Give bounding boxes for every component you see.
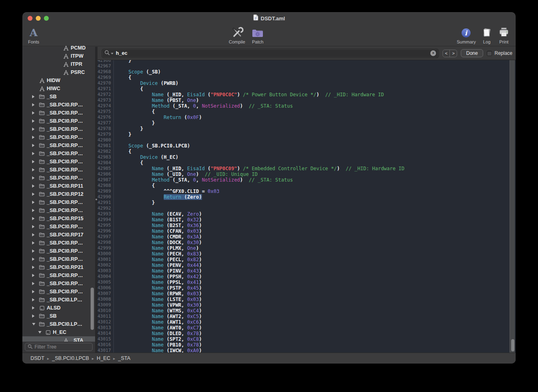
disclosure-collapsed-icon[interactable] <box>32 95 38 98</box>
disclosure-collapsed-icon[interactable] <box>32 119 38 123</box>
tree-item[interactable]: ITPW <box>22 52 95 60</box>
disclosure-collapsed-icon[interactable] <box>32 241 38 245</box>
code-line[interactable]: 43002 Name (PENV, 0x44) <box>98 262 516 268</box>
tree-item[interactable]: _SB.PCI0.RP17 <box>22 231 95 239</box>
tree-item[interactable]: _SB.PCI0.RP… <box>22 101 95 109</box>
disclosure-expanded-icon[interactable] <box>38 331 44 334</box>
tree-item[interactable]: _SB.PCI0.LP… <box>22 320 95 328</box>
code-line[interactable]: 42986 Name (_UID, One) // _UID: Unique I… <box>98 171 516 177</box>
code-line[interactable]: 42996 Name (CFAN, 0x03) <box>98 228 516 234</box>
code-line[interactable]: 43006 Name (PSTP, 0x45) <box>98 285 516 291</box>
code-line[interactable]: 42995 Name (B2ST, 0x36) <box>98 223 516 228</box>
code-line[interactable]: 43017 Name (IWCW, 0xA0) <box>98 348 516 353</box>
code-line[interactable]: 42988 { <box>98 183 516 188</box>
done-button[interactable]: Done <box>461 49 483 57</box>
code-line[interactable]: 43009 Name (VPWR, 0x30) <box>98 302 516 308</box>
print-button[interactable]: Print <box>498 26 510 44</box>
disclosure-collapsed-icon[interactable] <box>32 160 38 163</box>
tree-item[interactable]: _SB.PCI0.RP11 <box>22 182 95 190</box>
tree-item[interactable]: HIDW <box>22 76 95 84</box>
code-line[interactable]: 43004 Name (PPSH, 0x42) <box>98 274 516 279</box>
tree-item[interactable]: _SB.PCI0.LP… <box>22 296 95 304</box>
code-line[interactable]: 43013 Name (AWT0, 0xC7) <box>98 325 516 331</box>
code-line[interactable]: 43001 Name (PECL, 0x82) <box>98 257 516 262</box>
disclosure-collapsed-icon[interactable] <box>32 111 38 115</box>
code-line[interactable]: 43005 Name (PPSL, 0x41) <box>98 279 516 285</box>
tree-item[interactable]: _SB.PCI0.RP… <box>22 109 95 117</box>
tree-item[interactable]: _SB <box>22 93 95 101</box>
tree-item[interactable]: _SB.PCI0.RP… <box>22 149 95 158</box>
titlebar[interactable]: DSDT.aml <box>22 12 516 24</box>
tree-item[interactable]: _SB.PCI0.RP21 <box>22 263 95 271</box>
tree-item[interactable]: _SB.PCI0.RP… <box>22 247 95 255</box>
tree-item[interactable]: _SB.PCI0.RP… <box>22 141 95 149</box>
disclosure-collapsed-icon[interactable] <box>32 184 38 188</box>
compile-button[interactable]: Compile <box>229 26 245 44</box>
disclosure-collapsed-icon[interactable] <box>32 209 38 212</box>
disclosure-collapsed-icon[interactable] <box>32 233 38 236</box>
find-next-button[interactable]: > <box>450 50 457 57</box>
tree-item[interactable]: _SB.PCI0.RP… <box>22 288 95 296</box>
code-line[interactable]: 42975 { <box>98 109 516 115</box>
code-line[interactable]: 42978 } <box>98 126 516 132</box>
breadcrumb-item[interactable]: _SB.PCI0.LPCB <box>52 355 89 361</box>
code-editor[interactable]: 42966 }4296742968 Scope (_SB)42969 {4297… <box>98 60 516 353</box>
tree-item[interactable]: PSRC <box>22 68 95 76</box>
sidebar-scrollbar-thumb[interactable] <box>91 288 94 330</box>
log-button[interactable]: Log <box>481 26 493 44</box>
disclosure-collapsed-icon[interactable] <box>32 128 38 131</box>
disclosure-collapsed-icon[interactable] <box>32 314 38 318</box>
split-handle[interactable] <box>95 199 97 200</box>
code-line[interactable]: 42999 Name (PLMX, One) <box>98 245 516 251</box>
breadcrumb-item[interactable]: _STA <box>118 355 130 361</box>
code-line[interactable]: 43007 Name (RPWR, 0x03) <box>98 291 516 297</box>
code-line[interactable]: 42982 { <box>98 149 516 154</box>
disclosure-collapsed-icon[interactable] <box>32 258 38 261</box>
code-line[interactable]: 42984 { <box>98 160 516 166</box>
tree-item[interactable]: _SB.PCI0.RP… <box>22 174 95 182</box>
code-scrollbar-thumb[interactable] <box>511 339 514 351</box>
code-line[interactable]: 42971 { <box>98 86 516 92</box>
disclosure-collapsed-icon[interactable] <box>32 201 38 204</box>
code-line[interactable]: 42966 } <box>98 60 516 63</box>
clear-search-button[interactable]: × <box>430 50 436 56</box>
disclosure-collapsed-icon[interactable] <box>32 144 38 147</box>
code-line[interactable]: 43011 Name (AWT2, 0xC5) <box>98 314 516 319</box>
tree-item[interactable]: _SB.PCI0.RP… <box>22 223 95 231</box>
code-line[interactable]: 43000 Name (PECH, 0x83) <box>98 251 516 257</box>
disclosure-collapsed-icon[interactable] <box>32 274 38 277</box>
tree-item[interactable]: PCMD <box>22 45 95 52</box>
code-line[interactable]: 42970 Device (PWRB) <box>98 80 516 86</box>
code-line[interactable]: 42983 Device (H_EC) <box>98 154 516 160</box>
code-line[interactable]: 42992 <box>98 206 516 211</box>
code-line[interactable]: 42972 Name (_HID, EisaId ("PNP0C0C") /* … <box>98 92 516 97</box>
code-line[interactable]: 43016 Name (PB10, 0x78) <box>98 342 516 348</box>
find-previous-button[interactable]: < <box>443 50 450 57</box>
tree-item[interactable]: _SB.PCI0.RP… <box>22 125 95 133</box>
code-line[interactable]: 42977 } <box>98 120 516 126</box>
code-line[interactable]: 42974 Method (_STA, 0, NotSerialized) //… <box>98 103 516 109</box>
patch-button[interactable]: Patch <box>252 26 264 44</box>
search-scope-chevron-icon[interactable] <box>111 53 113 54</box>
code-line[interactable]: 42990 Return (Zero) <box>98 194 516 200</box>
tree-item[interactable]: _SB.PCI0.RP12 <box>22 190 95 198</box>
code-line[interactable]: 42980 <box>98 137 516 143</box>
code-line[interactable]: 42981 Scope (_SB.PCI0.LPCB) <box>98 143 516 149</box>
breadcrumb-item[interactable]: DSDT <box>30 355 44 361</box>
tree-item[interactable]: _SB <box>22 312 95 320</box>
code-line[interactable]: 42985 Name (_HID, EisaId ("PNP0C09") /* … <box>98 166 516 171</box>
find-input[interactable]: h_ec × <box>102 49 439 58</box>
code-line[interactable]: 42967 <box>98 63 516 69</box>
tree-item[interactable]: _SB.PCI0.RP… <box>22 198 95 206</box>
tree-item[interactable]: ITPR <box>22 60 95 68</box>
disclosure-collapsed-icon[interactable] <box>32 249 38 253</box>
tree-item[interactable]: _SB.PCI0.RP… <box>22 117 95 125</box>
tree-item[interactable]: _SB.PCI0.RP15 <box>22 214 95 223</box>
code-line[interactable]: 42976 Return (0x0F) <box>98 115 516 120</box>
code-line[interactable]: 42987 Method (_STA, 0, NotSerialized) //… <box>98 177 516 183</box>
disclosure-collapsed-icon[interactable] <box>32 290 38 293</box>
code-line[interactable]: 42968 Scope (_SB) <box>98 69 516 75</box>
tree-item[interactable]: _SB.PCI0.RP… <box>22 279 95 288</box>
breadcrumb-item[interactable]: H_EC <box>97 355 110 361</box>
disclosure-collapsed-icon[interactable] <box>32 103 38 106</box>
